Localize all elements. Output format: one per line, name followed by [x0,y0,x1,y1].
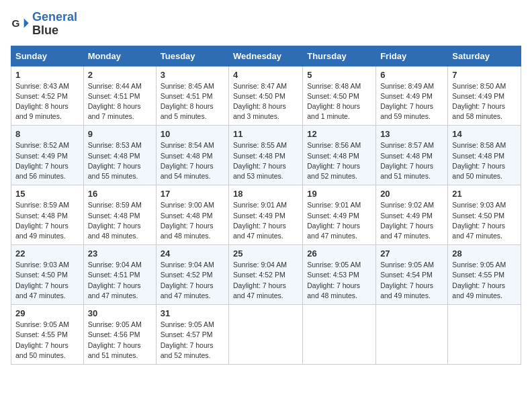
day-detail: Sunrise: 9:05 AMSunset: 4:53 PMDaylight:… [307,261,361,300]
calendar-cell: 19 Sunrise: 9:01 AMSunset: 4:49 PMDaylig… [303,185,376,245]
day-number: 9 [88,129,152,139]
calendar-cell: 1 Sunrise: 8:43 AMSunset: 4:52 PMDayligh… [11,66,84,126]
calendar-cell: 26 Sunrise: 9:05 AMSunset: 4:53 PMDaylig… [303,245,376,305]
calendar-cell: 17 Sunrise: 9:00 AMSunset: 4:48 PMDaylig… [156,185,228,245]
calendar-cell: 10 Sunrise: 8:54 AMSunset: 4:48 PMDaylig… [156,126,228,185]
day-number: 16 [88,189,152,199]
day-number: 1 [15,70,79,80]
day-number: 4 [233,70,298,80]
day-detail: Sunrise: 9:04 AMSunset: 4:52 PMDaylight:… [233,261,287,300]
logo: G General Blue [11,11,77,38]
week-row-4: 22 Sunrise: 9:03 AMSunset: 4:50 PMDaylig… [11,245,521,305]
calendar-cell: 11 Sunrise: 8:55 AMSunset: 4:48 PMDaylig… [229,126,303,185]
day-number: 21 [452,189,517,199]
week-row-2: 8 Sunrise: 8:52 AMSunset: 4:49 PMDayligh… [11,126,521,185]
day-detail: Sunrise: 9:05 AMSunset: 4:54 PMDaylight:… [380,261,434,300]
day-detail: Sunrise: 8:47 AMSunset: 4:50 PMDaylight:… [233,82,287,121]
page-header: G General Blue [11,11,521,38]
calendar-cell: 9 Sunrise: 8:53 AMSunset: 4:48 PMDayligh… [83,126,156,185]
day-number: 24 [161,248,224,259]
day-detail: Sunrise: 8:50 AMSunset: 4:49 PMDaylight:… [452,82,506,121]
calendar-cell: 20 Sunrise: 9:02 AMSunset: 4:49 PMDaylig… [376,185,448,245]
day-number: 10 [161,129,224,139]
calendar-cell: 4 Sunrise: 8:47 AMSunset: 4:50 PMDayligh… [229,66,303,126]
day-number: 14 [452,129,517,139]
day-number: 22 [15,248,79,259]
calendar-cell: 31 Sunrise: 9:05 AMSunset: 4:57 PMDaylig… [156,305,228,365]
day-detail: Sunrise: 8:54 AMSunset: 4:48 PMDaylight:… [161,141,214,180]
calendar-cell: 27 Sunrise: 9:05 AMSunset: 4:54 PMDaylig… [376,245,448,305]
day-detail: Sunrise: 9:05 AMSunset: 4:55 PMDaylight:… [15,320,69,359]
day-number: 19 [307,189,371,199]
day-detail: Sunrise: 9:01 AMSunset: 4:49 PMDaylight:… [307,201,361,240]
day-number: 5 [307,70,371,80]
day-number: 31 [161,308,224,318]
day-detail: Sunrise: 8:43 AMSunset: 4:52 PMDaylight:… [15,82,69,121]
calendar-table: SundayMondayTuesdayWednesdayThursdayFrid… [11,46,521,365]
day-detail: Sunrise: 9:01 AMSunset: 4:49 PMDaylight:… [233,201,287,240]
day-detail: Sunrise: 9:04 AMSunset: 4:51 PMDaylight:… [88,261,142,300]
day-detail: Sunrise: 9:03 AMSunset: 4:50 PMDaylight:… [452,201,506,240]
day-detail: Sunrise: 8:48 AMSunset: 4:50 PMDaylight:… [307,82,361,121]
col-header-wednesday: Wednesday [229,46,303,66]
day-detail: Sunrise: 8:49 AMSunset: 4:49 PMDaylight:… [380,82,434,121]
day-number: 6 [380,70,443,80]
calendar-cell [303,305,376,365]
calendar-cell: 28 Sunrise: 9:05 AMSunset: 4:55 PMDaylig… [448,245,521,305]
calendar-cell: 7 Sunrise: 8:50 AMSunset: 4:49 PMDayligh… [448,66,521,126]
day-number: 28 [452,248,517,259]
day-detail: Sunrise: 8:57 AMSunset: 4:48 PMDaylight:… [380,141,434,180]
calendar-cell: 16 Sunrise: 8:59 AMSunset: 4:48 PMDaylig… [83,185,156,245]
calendar-cell: 23 Sunrise: 9:04 AMSunset: 4:51 PMDaylig… [83,245,156,305]
day-number: 12 [307,129,371,139]
calendar-cell: 5 Sunrise: 8:48 AMSunset: 4:50 PMDayligh… [303,66,376,126]
day-number: 7 [452,70,517,80]
day-number: 8 [15,129,79,139]
calendar-cell: 29 Sunrise: 9:05 AMSunset: 4:55 PMDaylig… [11,305,84,365]
day-number: 23 [88,248,152,259]
calendar-cell: 13 Sunrise: 8:57 AMSunset: 4:48 PMDaylig… [376,126,448,185]
calendar-cell: 30 Sunrise: 9:05 AMSunset: 4:56 PMDaylig… [83,305,156,365]
col-header-sunday: Sunday [11,46,84,66]
day-detail: Sunrise: 8:52 AMSunset: 4:49 PMDaylight:… [15,141,69,180]
day-detail: Sunrise: 9:05 AMSunset: 4:55 PMDaylight:… [452,261,506,300]
day-detail: Sunrise: 8:53 AMSunset: 4:48 PMDaylight:… [88,141,142,180]
calendar-cell: 8 Sunrise: 8:52 AMSunset: 4:49 PMDayligh… [11,126,84,185]
day-number: 30 [88,308,152,318]
calendar-cell [376,305,448,365]
calendar-cell: 24 Sunrise: 9:04 AMSunset: 4:52 PMDaylig… [156,245,228,305]
day-number: 20 [380,189,443,199]
col-header-tuesday: Tuesday [156,46,228,66]
col-header-saturday: Saturday [448,46,521,66]
day-detail: Sunrise: 9:05 AMSunset: 4:57 PMDaylight:… [161,320,214,359]
week-row-5: 29 Sunrise: 9:05 AMSunset: 4:55 PMDaylig… [11,305,521,365]
col-header-thursday: Thursday [303,46,376,66]
day-detail: Sunrise: 9:03 AMSunset: 4:50 PMDaylight:… [15,261,69,300]
day-detail: Sunrise: 8:56 AMSunset: 4:48 PMDaylight:… [307,141,361,180]
day-detail: Sunrise: 8:59 AMSunset: 4:48 PMDaylight:… [15,201,69,240]
day-detail: Sunrise: 8:44 AMSunset: 4:51 PMDaylight:… [88,82,142,121]
calendar-cell: 14 Sunrise: 8:58 AMSunset: 4:48 PMDaylig… [448,126,521,185]
day-number: 2 [88,70,152,80]
calendar-cell: 22 Sunrise: 9:03 AMSunset: 4:50 PMDaylig… [11,245,84,305]
svg-marker-1 [24,18,29,28]
day-number: 29 [15,308,79,318]
calendar-cell: 15 Sunrise: 8:59 AMSunset: 4:48 PMDaylig… [11,185,84,245]
week-row-3: 15 Sunrise: 8:59 AMSunset: 4:48 PMDaylig… [11,185,521,245]
calendar-cell: 3 Sunrise: 8:45 AMSunset: 4:51 PMDayligh… [156,66,228,126]
calendar-cell: 2 Sunrise: 8:44 AMSunset: 4:51 PMDayligh… [83,66,156,126]
svg-text:G: G [11,17,19,29]
col-header-monday: Monday [83,46,156,66]
calendar-cell: 25 Sunrise: 9:04 AMSunset: 4:52 PMDaylig… [229,245,303,305]
day-number: 3 [161,70,224,80]
day-number: 11 [233,129,298,139]
day-number: 27 [380,248,443,259]
day-detail: Sunrise: 8:45 AMSunset: 4:51 PMDaylight:… [161,82,214,121]
day-detail: Sunrise: 9:02 AMSunset: 4:49 PMDaylight:… [380,201,434,240]
calendar-cell: 21 Sunrise: 9:03 AMSunset: 4:50 PMDaylig… [448,185,521,245]
logo-text: General Blue [32,11,77,38]
day-number: 13 [380,129,443,139]
calendar-cell: 18 Sunrise: 9:01 AMSunset: 4:49 PMDaylig… [229,185,303,245]
calendar-cell: 12 Sunrise: 8:56 AMSunset: 4:48 PMDaylig… [303,126,376,185]
day-detail: Sunrise: 8:55 AMSunset: 4:48 PMDaylight:… [233,141,287,180]
